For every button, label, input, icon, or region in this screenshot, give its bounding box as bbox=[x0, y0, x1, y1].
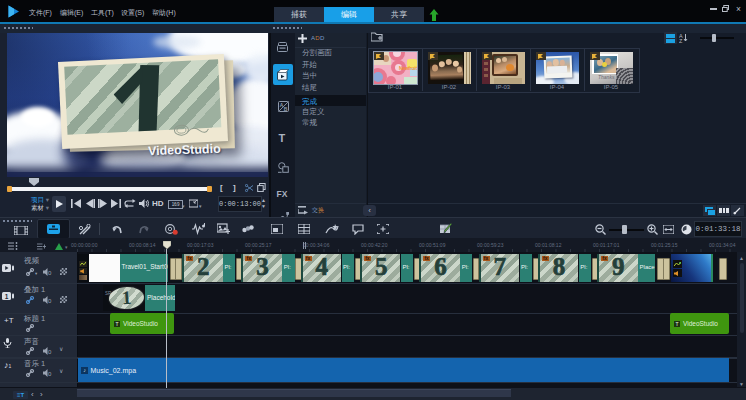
svg-text:1: 1 bbox=[5, 293, 9, 300]
svg-text:0: 0 bbox=[48, 270, 52, 276]
svg-text:B: B bbox=[284, 106, 288, 112]
svg-text:0: 0 bbox=[48, 298, 52, 304]
svg-text:0: 0 bbox=[48, 349, 52, 355]
svg-text:0: 0 bbox=[48, 371, 52, 377]
